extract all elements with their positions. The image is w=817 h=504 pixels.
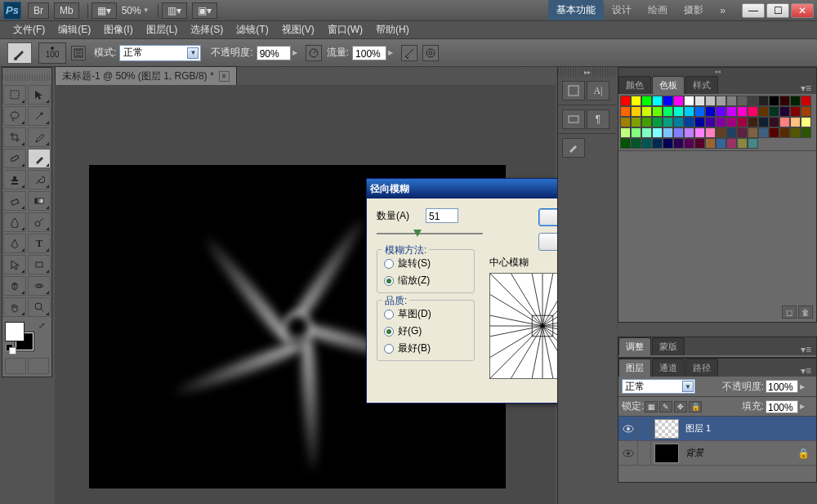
visibility-toggle[interactable] [618, 441, 638, 465]
swatch[interactable] [652, 106, 663, 117]
menu-layer[interactable]: 图层(L) [140, 23, 185, 37]
layer-name[interactable]: 背景 [682, 447, 797, 459]
swatch[interactable] [748, 106, 758, 117]
swatch[interactable] [705, 138, 716, 149]
tool-stamp[interactable] [3, 170, 26, 190]
panel-grip[interactable] [2, 74, 51, 81]
swatch[interactable] [758, 127, 769, 138]
swatch[interactable] [631, 117, 641, 127]
swatch[interactable] [641, 117, 652, 127]
swatch[interactable] [737, 106, 748, 117]
swatch[interactable] [673, 117, 684, 127]
swatch[interactable] [790, 106, 801, 117]
swatch[interactable] [641, 96, 652, 106]
tool-brush[interactable] [28, 149, 51, 168]
tablet-size-pressure-toggle[interactable] [422, 45, 439, 61]
workspace-photography[interactable]: 摄影 [676, 0, 712, 20]
swatch[interactable] [684, 106, 694, 117]
swatch[interactable] [726, 138, 737, 149]
workspace-essentials[interactable]: 基本功能 [548, 0, 604, 20]
collapse-panel-button[interactable]: ◂◂ [618, 68, 816, 76]
panel-menu-icon[interactable]: ▾≡ [796, 83, 816, 94]
tab-paths[interactable]: 路径 [685, 359, 718, 377]
swatch[interactable] [620, 127, 631, 138]
document-tab[interactable]: 未标题-1 @ 50% (图层 1, RGB/8) * × [55, 66, 237, 87]
menu-filter[interactable]: 滤镜(T) [230, 23, 275, 37]
swatch[interactable] [652, 138, 663, 149]
paragraph-panel-icon[interactable]: A| [587, 81, 609, 100]
swatch[interactable] [620, 106, 631, 117]
tab-adjustments[interactable]: 调整 [618, 337, 651, 355]
swatch[interactable] [748, 117, 758, 127]
swatch[interactable] [737, 138, 748, 149]
tool-eraser[interactable] [3, 191, 26, 211]
brush-preset-picker[interactable]: 100 [38, 42, 66, 64]
swatch[interactable] [726, 117, 737, 127]
tool-dodge[interactable] [28, 212, 51, 232]
new-swatch-icon[interactable]: ◻ [782, 306, 797, 319]
quickmask-toggle[interactable] [5, 358, 26, 374]
current-tool-brush[interactable] [7, 42, 32, 64]
swatch[interactable] [705, 127, 716, 138]
bridge-button[interactable]: Br [28, 2, 49, 19]
swatch[interactable] [748, 138, 758, 149]
flow-flyout[interactable]: ▶ [388, 49, 393, 56]
menu-file[interactable]: 文件(F) [7, 23, 51, 37]
brush-panel-icon[interactable] [562, 138, 585, 158]
opacity-input[interactable]: 90% [257, 46, 291, 60]
swatch[interactable] [631, 106, 641, 117]
swatch[interactable] [631, 96, 641, 106]
swatch[interactable] [663, 106, 673, 117]
zoom-level[interactable]: 50% ▼ [122, 5, 150, 16]
tab-layers[interactable]: 图层 [618, 359, 651, 377]
swatch[interactable] [716, 106, 726, 117]
tool-marquee[interactable] [3, 85, 26, 105]
lock-position-icon[interactable]: ✥ [674, 401, 687, 413]
opacity-pressure-toggle[interactable] [306, 45, 322, 61]
brush-panel-toggle[interactable] [71, 46, 86, 60]
swatch[interactable] [663, 117, 673, 127]
visibility-toggle[interactable] [618, 417, 638, 440]
swatch[interactable] [641, 106, 652, 117]
close-tab-icon[interactable]: × [219, 71, 230, 82]
tool-3d-camera[interactable] [28, 276, 51, 296]
radio-best[interactable]: 最好(B) [384, 340, 467, 357]
swatch[interactable] [684, 138, 694, 149]
swatch[interactable] [663, 96, 673, 106]
swatch[interactable] [758, 96, 769, 106]
swatch[interactable] [779, 127, 790, 138]
tool-3d[interactable] [3, 276, 26, 296]
swatch[interactable] [769, 117, 779, 127]
radio-zoom[interactable]: 缩放(Z) [384, 272, 467, 289]
expand-strip-button[interactable]: ▸▸ [558, 67, 616, 77]
swatch[interactable] [758, 106, 769, 117]
blend-mode-select[interactable]: 正常 ▼ [119, 45, 201, 61]
panel-menu-icon[interactable]: ▾≡ [796, 344, 816, 355]
layer-row[interactable]: 背景 🔒 [618, 441, 816, 466]
foreground-color[interactable] [6, 323, 24, 341]
tab-masks[interactable]: 蒙版 [652, 337, 685, 355]
swatch[interactable] [790, 127, 801, 138]
swatch[interactable] [758, 117, 769, 127]
swatch[interactable] [620, 96, 631, 106]
swatch[interactable] [705, 96, 716, 106]
tool-path-select[interactable] [3, 255, 26, 274]
minimize-button[interactable]: — [742, 3, 765, 18]
tool-crop[interactable] [3, 127, 26, 147]
swatch[interactable] [694, 117, 705, 127]
view-extras-button[interactable]: ▦▾ [92, 2, 117, 19]
radio-good[interactable]: 好(G) [384, 323, 467, 340]
swatch[interactable] [769, 106, 779, 117]
swatch[interactable] [779, 106, 790, 117]
tool-lasso[interactable] [3, 106, 26, 126]
workspace-more[interactable]: » [712, 2, 734, 20]
workspace-design[interactable]: 设计 [604, 0, 640, 20]
swatch[interactable] [790, 117, 801, 127]
swatch[interactable] [748, 96, 758, 106]
layer-thumbnail[interactable] [654, 419, 679, 439]
tab-swatches[interactable]: 色板 [652, 76, 685, 94]
swatch[interactable] [737, 96, 748, 106]
swatch[interactable] [716, 96, 726, 106]
swatch[interactable] [737, 127, 748, 138]
radio-draft[interactable]: 草图(D) [384, 306, 467, 323]
